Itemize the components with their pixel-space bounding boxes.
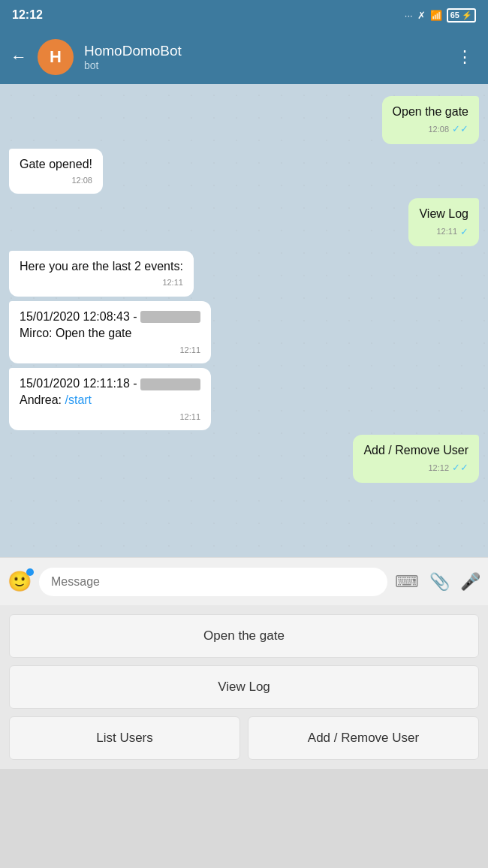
bot-avatar: H [38,39,74,75]
message-time: 12:11 [436,226,457,237]
bubble-meta: 12:11 [20,345,200,356]
received-bubble: 15/01/2020 12:11:18 - Andrea: /start 12:… [9,368,211,430]
message-row: Here you are the last 2 events: 12:11 [9,251,479,297]
sent-bubble: Add / Remove User 12:12 ✓✓ [353,435,479,483]
bot-name: HomoDomoBot [84,43,441,59]
received-bubble: 15/01/2020 12:08:43 - Mirco: Open the ga… [9,301,211,363]
message-row: 15/01/2020 12:11:18 - Andrea: /start 12:… [9,368,479,430]
status-icons: ··· ✗ 📶 65 ⚡ [405,8,476,23]
message-input[interactable] [39,568,387,596]
quick-btn-row: List Users Add / Remove User [9,716,479,760]
menu-button[interactable]: ⋮ [452,44,477,70]
keyboard-icon[interactable]: ⌨ [395,572,419,592]
message-row: Add / Remove User 12:12 ✓✓ [9,435,479,483]
message-time: 12:11 [180,345,201,356]
blurred-username [140,311,200,323]
message-row: 15/01/2020 12:08:43 - Mirco: Open the ga… [9,301,479,363]
input-icons: ⌨ 📎 🎤 [395,572,480,592]
attach-icon[interactable]: 📎 [429,572,450,592]
signal-icon: 📶 [430,10,442,21]
chat-header: ← H HomoDomoBot bot ⋮ [0,30,488,84]
received-bubble: Here you are the last 2 events: 12:11 [9,251,194,297]
open-gate-button[interactable]: Open the gate [9,614,479,658]
message-time: 12:11 [162,277,183,288]
message-text: Open the gate [393,104,468,120]
bubble-meta: 12:11 [20,411,200,423]
quick-buttons-area: Open the gate View Log List Users Add / … [0,605,488,769]
back-button[interactable]: ← [11,47,27,67]
emoji-badge [26,568,34,576]
mic-icon[interactable]: 🎤 [460,572,480,592]
message-text: View Log [419,206,468,222]
message-text: 15/01/2020 12:11:18 - Andrea: /start [20,375,200,409]
message-text: Add / Remove User [363,442,468,459]
battery-indicator: 65 ⚡ [447,8,476,23]
message-text: Here you are the last 2 events: [20,258,183,275]
bubble-meta: 12:08 [20,175,92,186]
chat-area: Open the gate 12:08 ✓✓ Gate opened! 12:0… [0,84,488,557]
message-row: View Log 12:11 ✓ [9,198,479,246]
bubble-meta: 12:11 ✓ [419,225,468,239]
status-time: 12:12 [12,8,43,22]
status-bar: 12:12 ··· ✗ 📶 65 ⚡ [0,0,488,30]
message-row: Open the gate 12:08 ✓✓ [9,96,479,144]
message-time: 12:12 [428,463,449,474]
bubble-meta: 12:08 ✓✓ [393,122,468,136]
blurred-username [140,378,200,390]
header-info: HomoDomoBot bot [84,43,441,71]
input-bar: 🙂 ⌨ 📎 🎤 [0,557,488,605]
bluetooth-icon: ✗ [417,10,426,21]
received-bubble: Gate opened! 12:08 [9,149,103,194]
message-text: 15/01/2020 12:08:43 - Mirco: Open the ga… [20,309,200,342]
message-text: Gate opened! [20,156,92,173]
add-remove-user-button[interactable]: Add / Remove User [248,716,479,760]
view-log-button[interactable]: View Log [9,665,479,709]
checkmarks: ✓✓ [452,461,468,475]
sent-bubble: Open the gate 12:08 ✓✓ [382,96,479,144]
message-time: 12:11 [180,411,201,423]
checkmarks: ✓ [460,225,468,239]
start-link[interactable]: /start [65,393,92,406]
list-users-button[interactable]: List Users [9,716,240,760]
message-time: 12:08 [428,124,449,135]
bubble-meta: 12:12 ✓✓ [363,461,468,475]
checkmarks: ✓✓ [452,122,468,136]
bubble-meta: 12:11 [20,277,183,288]
bot-status: bot [84,59,441,71]
dots-icon: ··· [405,10,413,21]
message-time: 12:08 [71,175,92,186]
emoji-button[interactable]: 🙂 [8,570,32,593]
message-row: Gate opened! 12:08 [9,149,479,194]
sent-bubble: View Log 12:11 ✓ [408,198,479,246]
